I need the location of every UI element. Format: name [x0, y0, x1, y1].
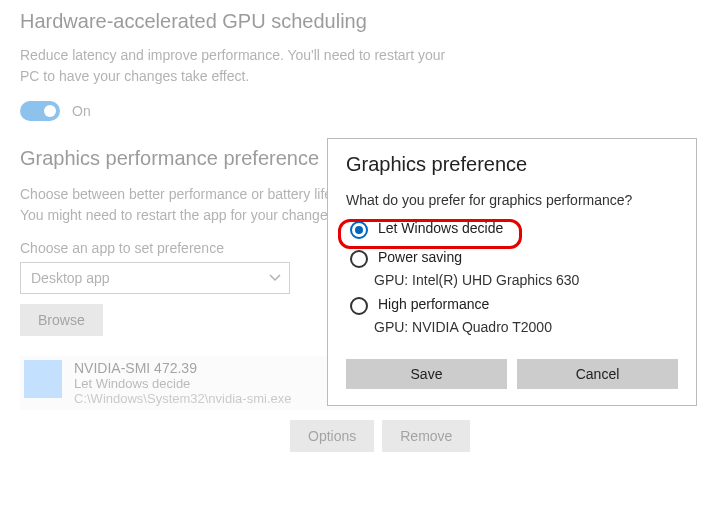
option-high-performance[interactable]: High performance — [346, 294, 678, 317]
save-button[interactable]: Save — [346, 359, 507, 389]
cancel-button[interactable]: Cancel — [517, 359, 678, 389]
option-let-windows-decide[interactable]: Let Windows decide — [346, 218, 678, 241]
graphics-preference-dialog: Graphics preference What do you prefer f… — [327, 138, 697, 406]
option-label: High performance — [378, 296, 489, 312]
option-sub-power: GPU: Intel(R) UHD Graphics 630 — [374, 272, 678, 288]
radio-icon — [350, 250, 368, 268]
radio-icon — [350, 221, 368, 239]
option-label: Power saving — [378, 249, 462, 265]
dialog-question: What do you prefer for graphics performa… — [346, 192, 678, 208]
option-sub-high: GPU: NVIDIA Quadro T2000 — [374, 319, 678, 335]
option-label: Let Windows decide — [378, 220, 503, 236]
option-power-saving[interactable]: Power saving — [346, 247, 678, 270]
dialog-buttons: Save Cancel — [346, 359, 678, 389]
dialog-title: Graphics preference — [346, 153, 678, 176]
radio-icon — [350, 297, 368, 315]
